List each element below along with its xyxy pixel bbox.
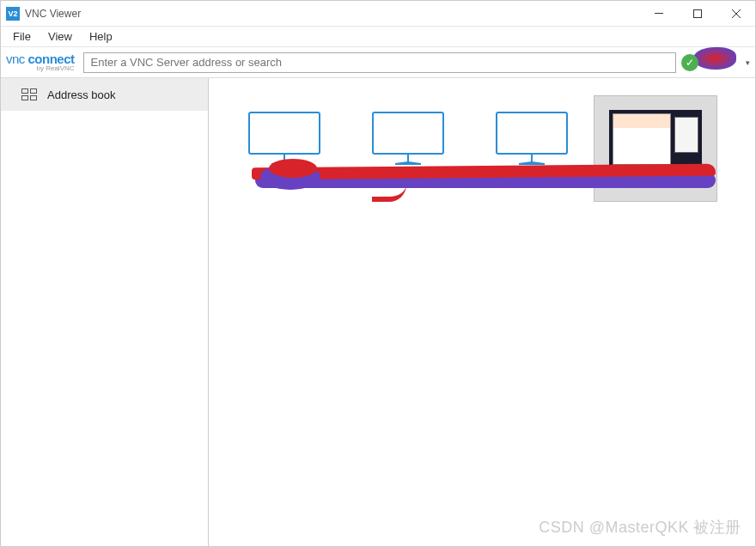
content-area	[209, 78, 755, 546]
svg-rect-2	[249, 112, 320, 154]
logo: vnc connect by RealVNC	[6, 52, 75, 72]
redaction-scribble-icon	[693, 47, 736, 70]
menu-help[interactable]: Help	[81, 28, 121, 45]
redaction-scribble-icon	[260, 164, 320, 190]
redaction-scribble-icon	[255, 173, 716, 188]
menu-file[interactable]: File	[4, 28, 40, 45]
sidebar-item-address-book[interactable]: Address book	[1, 78, 208, 111]
minimize-button[interactable]	[639, 1, 678, 27]
svg-rect-1	[693, 9, 701, 17]
monitor-icon	[495, 111, 569, 167]
watermark: CSDN @MasterQKK 被注册	[539, 517, 741, 538]
sidebar-item-label: Address book	[47, 88, 116, 101]
svg-rect-7	[373, 112, 443, 154]
logo-subtext: by RealVNC	[37, 64, 75, 72]
signin-area[interactable]: ✓ ▾	[681, 51, 750, 75]
monitor-icon	[371, 111, 445, 167]
window-title: VNC Viewer	[25, 8, 639, 20]
window-controls	[639, 1, 755, 27]
app-icon: V2	[6, 7, 20, 21]
menubar: File View Help	[1, 27, 755, 47]
check-icon: ✓	[681, 54, 698, 71]
toolbar: vnc connect by RealVNC ✓ ▾	[1, 47, 755, 78]
sidebar: Address book	[1, 78, 209, 546]
logo-text-a: vnc	[6, 52, 28, 66]
body-area: Address book	[1, 78, 755, 546]
search-input[interactable]	[83, 52, 676, 73]
svg-rect-0	[655, 13, 663, 14]
svg-rect-12	[497, 112, 567, 154]
menu-view[interactable]: View	[40, 28, 81, 45]
titlebar: V2 VNC Viewer	[1, 1, 755, 27]
connection-thumbnail	[609, 110, 702, 168]
maximize-button[interactable]	[678, 1, 716, 27]
close-button[interactable]	[716, 1, 755, 27]
chevron-down-icon[interactable]: ▾	[746, 58, 750, 67]
grid-icon	[21, 88, 37, 100]
